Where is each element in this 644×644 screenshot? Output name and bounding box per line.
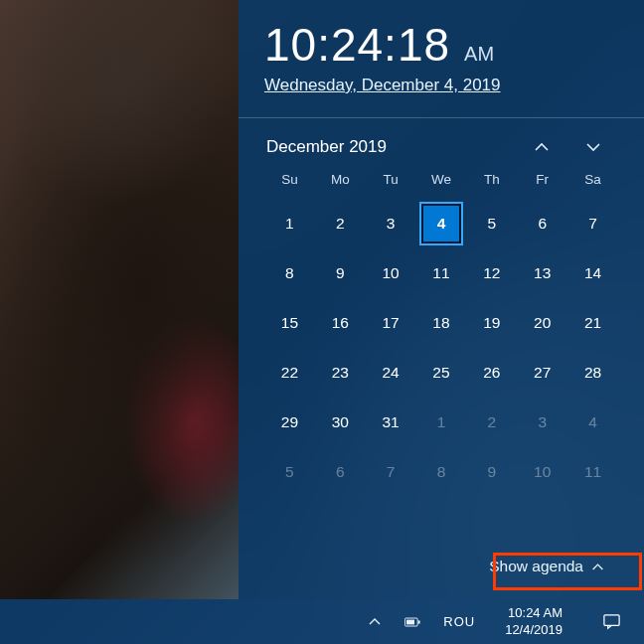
calendar-day[interactable]: 4 [416, 199, 467, 248]
dow-label: Th [466, 172, 517, 199]
battery-icon[interactable] [402, 599, 423, 644]
date-link[interactable]: Wednesday, December 4, 2019 [264, 76, 618, 95]
calendar-day[interactable]: 24 [366, 348, 416, 398]
calendar-day[interactable]: 15 [264, 298, 315, 348]
dow-label: Fr [517, 172, 567, 199]
calendar-day[interactable]: 6 [315, 447, 366, 497]
calendar-day[interactable]: 30 [315, 398, 366, 447]
calendar-day[interactable]: 21 [567, 298, 618, 348]
clock-ampm: AM [464, 43, 494, 66]
calendar-day[interactable]: 3 [366, 199, 416, 248]
month-header: December 2019 [264, 136, 618, 172]
calendar-day[interactable]: 2 [315, 199, 366, 248]
calendar-day[interactable]: 12 [466, 248, 517, 298]
calendar-day[interactable]: 26 [466, 348, 517, 398]
notification-icon [602, 612, 621, 631]
calendar-day[interactable]: 22 [264, 348, 315, 398]
calendar-day[interactable]: 7 [366, 447, 416, 497]
month-nav [531, 136, 604, 158]
calendar-day[interactable]: 8 [264, 248, 315, 298]
battery-icon [404, 614, 420, 630]
svg-rect-1 [418, 620, 420, 623]
language-indicator[interactable]: ROU [439, 614, 479, 629]
calendar-day[interactable]: 31 [366, 398, 416, 447]
next-month-button[interactable] [582, 136, 604, 158]
clock-time: 10:24:18 [264, 18, 450, 72]
calendar-day[interactable]: 29 [264, 398, 315, 447]
show-agenda-button[interactable]: Show agenda [481, 554, 612, 579]
calendar-day[interactable]: 8 [416, 447, 467, 497]
agenda-row: Show agenda [264, 552, 618, 587]
calendar-day[interactable]: 3 [517, 398, 567, 447]
calendar-day[interactable]: 1 [416, 398, 467, 447]
calendar-day[interactable]: 19 [466, 298, 517, 348]
calendar-day[interactable]: 7 [567, 199, 618, 248]
calendar-day[interactable]: 9 [466, 447, 517, 497]
clock-row: 10:24:18 AM [264, 18, 618, 72]
dow-label: Mo [315, 172, 366, 199]
calendar-day[interactable]: 10 [366, 248, 416, 298]
dow-label: Tu [366, 172, 416, 199]
calendar-grid: 1234567891011121314151617181920212223242… [264, 199, 618, 497]
svg-rect-2 [406, 619, 414, 624]
day-of-week-header: SuMoTuWeThFrSa [264, 172, 618, 199]
svg-rect-3 [604, 615, 619, 625]
calendar-day[interactable]: 28 [567, 348, 618, 398]
calendar-day[interactable]: 13 [517, 248, 567, 298]
calendar-day[interactable]: 11 [416, 248, 467, 298]
calendar-day[interactable]: 5 [466, 199, 517, 248]
calendar-day[interactable]: 11 [567, 447, 618, 497]
taskbar-clock[interactable]: 10:24 AM 12/4/2019 [495, 605, 572, 638]
calendar-day[interactable]: 6 [517, 199, 567, 248]
calendar-day[interactable]: 23 [315, 348, 366, 398]
calendar-day[interactable]: 14 [567, 248, 618, 298]
dow-label: Sa [567, 172, 618, 199]
calendar-day[interactable]: 25 [416, 348, 467, 398]
action-center-button[interactable] [588, 599, 634, 644]
system-tray: ROU 10:24 AM 12/4/2019 [364, 599, 640, 644]
chevron-up-icon [534, 139, 550, 155]
calendar-day[interactable]: 27 [517, 348, 567, 398]
taskbar-date: 12/4/2019 [505, 622, 563, 638]
calendar-day[interactable]: 17 [366, 298, 416, 348]
taskbar-time: 10:24 AM [505, 605, 563, 621]
calendar-day[interactable]: 20 [517, 298, 567, 348]
dow-label: We [416, 172, 467, 199]
calendar-day[interactable]: 2 [466, 398, 517, 447]
chevron-up-icon [591, 561, 604, 573]
divider [239, 117, 644, 118]
calendar-flyout: 10:24:18 AM Wednesday, December 4, 2019 … [239, 0, 644, 599]
chevron-down-icon [585, 139, 601, 155]
calendar-day[interactable]: 4 [567, 398, 618, 447]
calendar-day[interactable]: 5 [264, 447, 315, 497]
calendar-day[interactable]: 18 [416, 298, 467, 348]
calendar-day[interactable]: 10 [517, 447, 567, 497]
show-agenda-label: Show agenda [489, 558, 583, 575]
calendar-day[interactable]: 9 [315, 248, 366, 298]
dow-label: Su [264, 172, 315, 199]
month-label[interactable]: December 2019 [266, 137, 387, 157]
chevron-up-icon [367, 614, 383, 630]
taskbar: ROU 10:24 AM 12/4/2019 [0, 599, 644, 644]
tray-overflow-button[interactable] [364, 599, 386, 644]
calendar-day[interactable]: 1 [264, 199, 315, 248]
prev-month-button[interactable] [531, 136, 553, 158]
calendar-day[interactable]: 16 [315, 298, 366, 348]
